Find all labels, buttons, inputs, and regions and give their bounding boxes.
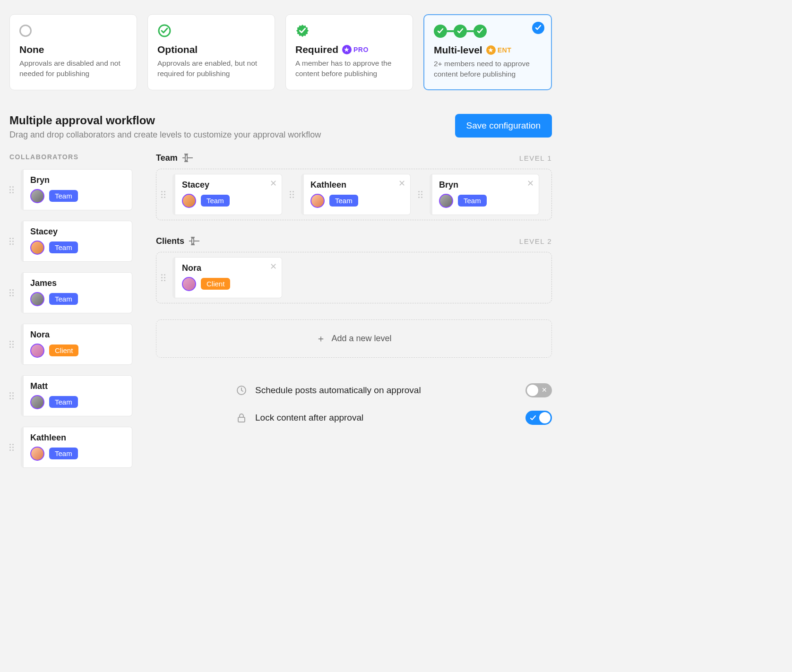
approval-options-row: None Approvals are disabled and not need…: [9, 14, 552, 90]
star-icon: ★: [342, 45, 352, 54]
level-number-label: LEVEL 2: [519, 237, 552, 245]
option-desc: 2+ members need to approve content befor…: [434, 59, 542, 80]
person-card[interactable]: ✕ Kathleen Team: [301, 174, 411, 215]
avatar: [182, 194, 196, 208]
lock-toggle[interactable]: [525, 411, 552, 425]
option-title: Multi-level: [434, 44, 482, 56]
remove-icon[interactable]: ✕: [527, 179, 534, 188]
person-card[interactable]: Nora Client: [21, 324, 132, 365]
person-name: James: [30, 278, 125, 288]
person-card[interactable]: ✕ Nora Client: [172, 257, 282, 298]
avatar: [30, 395, 44, 409]
person-name: Matt: [30, 381, 125, 391]
collaborator-item[interactable]: Bryn Team: [9, 169, 132, 210]
avatar: [310, 194, 325, 208]
setting-label: Schedule posts automatically on approval: [255, 385, 518, 396]
approval-settings: Schedule posts automatically on approval…: [235, 377, 552, 431]
collaborator-item[interactable]: Kathleen Team: [9, 427, 132, 468]
save-configuration-button[interactable]: Save configuration: [455, 114, 552, 138]
drag-handle-icon[interactable]: [9, 341, 16, 348]
option-desc: A member has to approve the content befo…: [295, 58, 403, 79]
person-card[interactable]: Kathleen Team: [21, 427, 132, 468]
collaborator-item[interactable]: ✕ Nora Client: [161, 257, 282, 298]
svg-rect-1: [185, 155, 187, 161]
lock-icon: [235, 412, 248, 424]
person-name: Nora: [30, 330, 125, 340]
svg-rect-6: [192, 238, 194, 244]
section-subtitle: Drag and drop collaborators and create l…: [9, 130, 321, 140]
drag-handle-icon[interactable]: [9, 238, 16, 245]
drag-handle-icon[interactable]: [9, 392, 16, 399]
collaborator-item[interactable]: ✕ Stacey Team: [161, 174, 282, 215]
level-dropzone[interactable]: ✕ Stacey Team ✕ Kathleen Team ✕ Bryn Tea…: [156, 169, 552, 220]
collaborator-item[interactable]: Nora Client: [9, 324, 132, 365]
setting-schedule: Schedule posts automatically on approval…: [235, 377, 552, 404]
person-name: Kathleen: [310, 180, 404, 190]
avatar: [30, 189, 44, 203]
setting-label: Lock content after approval: [255, 413, 518, 423]
collaborator-item[interactable]: James Team: [9, 272, 132, 313]
empty-circle-icon: [19, 25, 32, 37]
option-card-required[interactable]: Required ★ PRO A member has to approve t…: [285, 14, 413, 90]
person-name: Kathleen: [30, 433, 125, 443]
level-header: Clients LEVEL 2: [156, 236, 552, 246]
role-chip: Team: [49, 241, 78, 253]
option-card-optional[interactable]: Optional Approvals are enabled, but not …: [147, 14, 275, 90]
drag-handle-icon[interactable]: [290, 191, 296, 198]
option-card-none[interactable]: None Approvals are disabled and not need…: [9, 14, 137, 90]
level-dropzone[interactable]: ✕ Nora Client: [156, 252, 552, 303]
remove-icon[interactable]: ✕: [270, 179, 277, 188]
rename-icon[interactable]: [189, 237, 199, 245]
person-card[interactable]: Stacey Team: [21, 221, 132, 262]
collaborator-item[interactable]: Stacey Team: [9, 221, 132, 262]
role-chip: Team: [201, 195, 230, 207]
x-icon: ✕: [542, 386, 547, 394]
person-card[interactable]: Matt Team: [21, 375, 132, 416]
role-chip: Team: [49, 190, 78, 202]
plus-icon: ＋: [316, 332, 326, 345]
drag-handle-icon[interactable]: [161, 274, 168, 281]
level-name: Clients: [156, 236, 184, 246]
role-chip: Client: [49, 345, 78, 356]
section-title: Multiple approval workflow: [9, 114, 321, 127]
selected-check-icon: [532, 22, 544, 34]
collaborator-item[interactable]: ✕ Bryn Team: [418, 174, 539, 215]
person-card[interactable]: James Team: [21, 272, 132, 313]
remove-icon[interactable]: ✕: [270, 262, 277, 271]
drag-handle-icon[interactable]: [9, 444, 16, 451]
avatar: [439, 194, 453, 208]
role-chip: Team: [329, 195, 358, 207]
avatar: [30, 241, 44, 255]
collaborator-item[interactable]: ✕ Kathleen Team: [290, 174, 411, 215]
levels-column: Team LEVEL 1 ✕ Stacey Team ✕ Kathleen Te…: [156, 153, 552, 431]
role-chip: Client: [201, 278, 230, 290]
workflow-layout: COLLABORATORS Bryn Team Stacey Team Jam: [9, 153, 552, 478]
ent-badge: ★ ENT: [486, 45, 512, 55]
option-desc: Approvals are enabled, but not required …: [157, 58, 265, 79]
person-name: Stacey: [182, 180, 275, 190]
clock-icon: [235, 384, 248, 396]
person-name: Bryn: [439, 180, 532, 190]
collaborator-item[interactable]: Matt Team: [9, 375, 132, 416]
schedule-toggle[interactable]: ✕: [525, 383, 552, 397]
remove-icon[interactable]: ✕: [398, 179, 405, 188]
person-card[interactable]: ✕ Bryn Team: [430, 174, 539, 215]
person-card[interactable]: Bryn Team: [21, 169, 132, 210]
option-card-multilevel[interactable]: Multi-level ★ ENT 2+ members need to app…: [423, 14, 552, 90]
drag-handle-icon[interactable]: [161, 191, 168, 198]
multi-check-chain-icon: [434, 25, 487, 38]
svg-rect-12: [238, 417, 245, 422]
role-chip: Team: [49, 448, 78, 459]
role-chip: Team: [49, 293, 78, 305]
drag-handle-icon[interactable]: [9, 289, 16, 296]
avatar: [30, 447, 44, 461]
add-level-button[interactable]: ＋ Add a new level: [156, 319, 552, 358]
avatar: [30, 344, 44, 358]
drag-handle-icon[interactable]: [418, 191, 425, 198]
rename-icon[interactable]: [182, 154, 193, 162]
avatar: [30, 292, 44, 306]
drag-handle-icon[interactable]: [9, 186, 16, 193]
person-name: Stacey: [30, 227, 125, 237]
person-card[interactable]: ✕ Stacey Team: [172, 174, 282, 215]
person-name: Bryn: [30, 175, 125, 185]
